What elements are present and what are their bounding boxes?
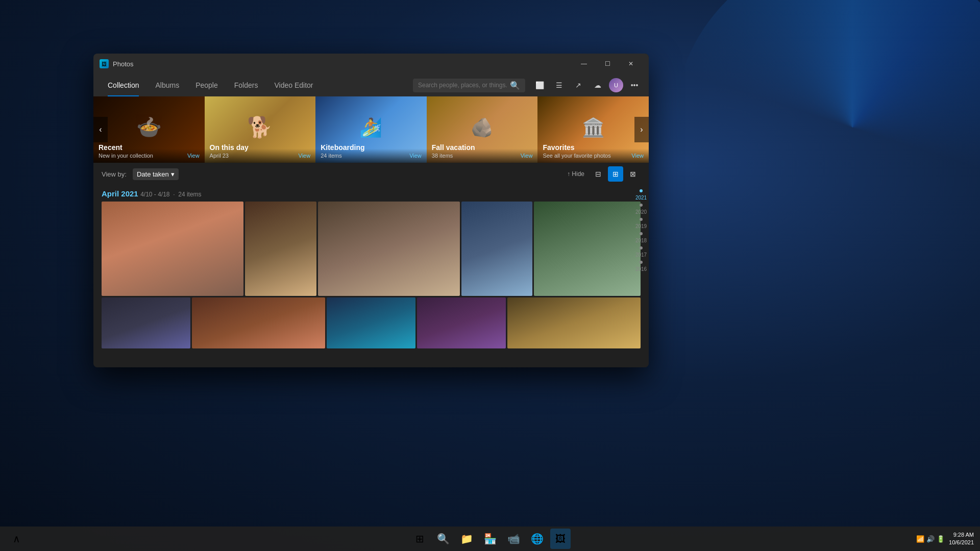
taskbar-edge[interactable]: 🌐 [527, 529, 547, 549]
taskbar-clock[interactable]: 9:28 AM 10/6/2021 [949, 531, 974, 547]
clock-date: 10/6/2021 [949, 539, 974, 546]
tab-folders[interactable]: Folders [226, 74, 266, 96]
onthisday-view-link[interactable]: View [299, 153, 311, 159]
taskbar: ∧ ⊞ 🔍 📁 🏪 📹 🌐 🖼 📶 🔊 🔋 9:28 AM 10/6/2021 [0, 527, 980, 551]
fallvacation-overlay: Fall vacation 38 items [427, 139, 538, 163]
taskbar-photos-app[interactable]: 🖼 [550, 529, 571, 549]
year-dot[interactable] [640, 204, 643, 207]
taskbar-store[interactable]: 🏪 [480, 529, 500, 549]
clock-time: 9:28 AM [949, 531, 974, 539]
taskbar-search[interactable]: 🔍 [433, 529, 453, 549]
view-by-select[interactable]: Date taken ▾ [133, 168, 179, 180]
tab-video-editor[interactable]: Video Editor [266, 74, 321, 96]
year-marker-2021[interactable]: 2021 [635, 194, 647, 202]
year-marker-2017[interactable]: 2017 [635, 252, 647, 259]
hide-button[interactable]: ↑ Hide [567, 170, 584, 178]
view-mode-single[interactable]: ⊟ [591, 166, 606, 182]
tab-people[interactable]: People [187, 74, 226, 96]
photo-cell[interactable] [102, 202, 243, 296]
photo-cell[interactable] [461, 202, 532, 296]
taskbar-center: ⊞ 🔍 📁 🏪 📹 🌐 🖼 [409, 529, 571, 549]
taskbar-windows-button[interactable]: ⊞ [409, 529, 430, 549]
fallvacation-view-link[interactable]: View [521, 153, 533, 159]
taskbar-notification[interactable]: ∧ [6, 529, 27, 549]
year-dot[interactable] [640, 218, 643, 221]
strip-arrow-left[interactable]: ‹ [93, 117, 108, 142]
year-dot[interactable] [640, 189, 643, 192]
search-box[interactable]: 🔍 [413, 79, 525, 92]
view-by-label: View by: [102, 170, 127, 178]
photo-cell[interactable] [507, 297, 641, 348]
taskbar-teams[interactable]: 📹 [503, 529, 524, 549]
favorites-title: Favorites [543, 143, 644, 152]
kiteboarding-overlay: Kiteboarding 24 items [315, 139, 427, 163]
year-marker-2018[interactable]: 2018 [635, 237, 647, 244]
section-title: April 2021 [102, 189, 138, 198]
wifi-icon: 📶 [916, 535, 924, 543]
featured-card-onthisday[interactable]: On this day April 23 View [205, 96, 316, 163]
photo-cell[interactable] [192, 297, 325, 348]
tab-collection[interactable]: Collection [100, 74, 147, 96]
photo-cell[interactable] [534, 202, 641, 296]
onthisday-overlay: On this day April 23 [205, 139, 316, 163]
recent-overlay: Recent New in your collection [93, 139, 205, 163]
section-meta: 4/10 - 4/18 · 24 items [140, 191, 201, 198]
cloud-icon[interactable]: ☁ [590, 77, 606, 93]
nav-bar: Collection Albums People Folders Video E… [93, 74, 649, 96]
photo-cell[interactable] [417, 297, 506, 348]
recent-view-link[interactable]: View [187, 153, 200, 159]
kiteboarding-view-link[interactable]: View [409, 153, 422, 159]
section-header: April 2021 4/10 - 4/18 · 24 items [102, 185, 641, 202]
fallvacation-subtitle: 38 items [432, 153, 533, 159]
photo-cell[interactable] [102, 297, 190, 348]
year-dot[interactable] [640, 261, 643, 264]
featured-card-recent[interactable]: Recent New in your collection View [93, 96, 205, 163]
volume-icon: 🔊 [926, 535, 935, 543]
favorites-subtitle: See all your favorite photos [543, 153, 644, 159]
title-bar-left: 🖼 Photos [100, 59, 133, 68]
minimize-button[interactable]: — [572, 56, 596, 72]
tab-albums[interactable]: Albums [147, 74, 187, 96]
year-marker-2020[interactable]: 2020 [635, 209, 647, 216]
view-by-selected: Date taken [137, 170, 169, 178]
year-dot[interactable] [640, 232, 643, 235]
share-icon[interactable]: ↗ [570, 77, 586, 93]
more-icon[interactable]: ••• [626, 77, 643, 93]
recent-title: Recent [99, 143, 200, 152]
kiteboarding-title: Kiteboarding [321, 143, 422, 152]
photo-cell[interactable] [327, 297, 415, 348]
view-mode-grid-small[interactable]: ⊠ [625, 166, 641, 182]
featured-strip: ‹ Recent New in your collection View On … [93, 96, 649, 163]
battery-icon: 🔋 [937, 535, 945, 543]
photo-cell[interactable] [318, 202, 460, 296]
featured-card-favorites[interactable]: Favorites See all your favorite photos V… [537, 96, 649, 163]
year-marker-2016[interactable]: 2016 [635, 266, 647, 273]
title-bar: 🖼 Photos — ☐ ✕ [93, 54, 649, 74]
year-marker-2019[interactable]: 2019 [635, 223, 647, 230]
maximize-button[interactable]: ☐ [596, 56, 619, 72]
photos-app-window: 🖼 Photos — ☐ ✕ Collection Albums People … [93, 54, 649, 367]
year-dot[interactable] [640, 246, 643, 249]
import-icon[interactable]: ⬜ [531, 77, 548, 93]
view-mode-grid-medium[interactable]: ⊞ [608, 166, 623, 182]
taskbar-sys-tray: 📶 🔊 🔋 [916, 535, 945, 543]
recent-subtitle: New in your collection [99, 153, 200, 159]
photo-grid-area: April 2021 4/10 - 4/18 · 24 items [93, 185, 649, 367]
taskbar-file-explorer[interactable]: 📁 [456, 529, 477, 549]
view-by-bar: View by: Date taken ▾ ↑ Hide ⊟ ⊞ ⊠ [93, 163, 649, 185]
filter-icon[interactable]: ☰ [551, 77, 567, 93]
taskbar-left: ∧ [0, 529, 27, 549]
toolbar-icons: ⬜ ☰ ↗ ☁ U ••• [531, 77, 643, 93]
photo-grid-row2 [102, 297, 641, 348]
featured-card-fallvacation[interactable]: Fall vacation 38 items View [427, 96, 538, 163]
close-button[interactable]: ✕ [619, 56, 643, 72]
year-timeline: 2021 2020 2019 2018 2017 2016 [633, 185, 649, 367]
dropdown-icon: ▾ [171, 170, 175, 178]
photo-cell[interactable] [245, 202, 316, 296]
featured-card-kiteboarding[interactable]: Kiteboarding 24 items View [315, 96, 427, 163]
favorites-view-link[interactable]: View [631, 153, 644, 159]
avatar[interactable]: U [609, 78, 623, 92]
search-input[interactable] [418, 82, 507, 89]
onthisday-subtitle: April 23 [210, 153, 311, 159]
strip-arrow-right[interactable]: › [634, 117, 649, 142]
